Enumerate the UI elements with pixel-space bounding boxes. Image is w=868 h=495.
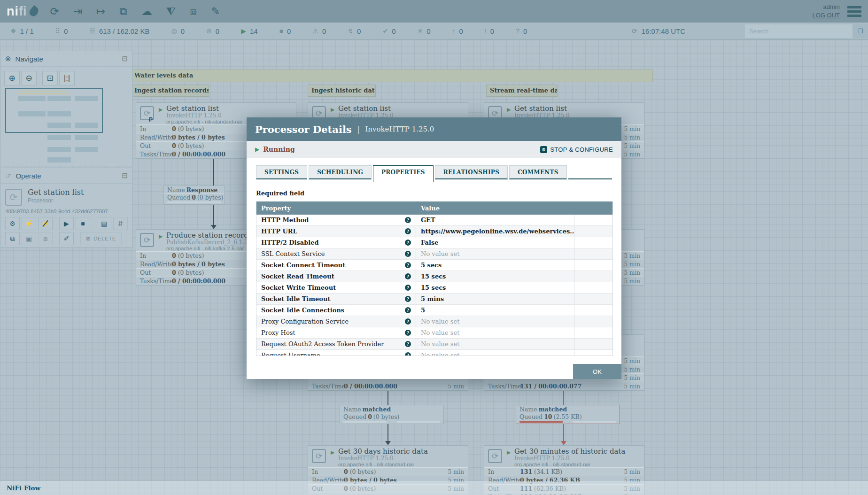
tab-properties[interactable]: PROPERTIES xyxy=(373,165,434,182)
connection-name: Namematched xyxy=(340,405,443,413)
help-icon[interactable] xyxy=(405,273,411,279)
processor-stat-row: Tasks/Time131 / 00:00:00.0775 min xyxy=(484,382,644,390)
tab-comments[interactable]: COMMENTS xyxy=(509,165,567,179)
processor-titles: Get station listInvokeHTTP 1.25.0 xyxy=(338,105,394,119)
copy-button[interactable]: ⧉ xyxy=(5,232,20,245)
collapse-icon[interactable]: ⊟ xyxy=(122,171,128,180)
help-icon[interactable] xyxy=(405,228,411,234)
disable-button[interactable]: ⚡ xyxy=(38,217,53,230)
create-template-button[interactable]: ▤ xyxy=(97,217,111,230)
canvas-label-0[interactable]: Ingest station records xyxy=(131,85,209,97)
hand-icon: ☞ xyxy=(5,171,11,180)
invalid-icon: ⚠ xyxy=(312,28,318,34)
start-button[interactable]: ▶ xyxy=(59,217,74,230)
user-block: admin LOG OUT xyxy=(812,3,840,20)
refresh-icon[interactable]: ⟳ xyxy=(632,28,637,34)
help-icon[interactable] xyxy=(405,307,411,313)
enable-button[interactable]: ⚡ xyxy=(22,217,36,230)
processor-bundle: org.apache.nifi - nifi-standard-nar xyxy=(338,462,428,468)
help-icon[interactable] xyxy=(405,330,411,336)
property-cell: Request Username xyxy=(256,350,416,356)
label-icon[interactable]: ✎ xyxy=(211,6,220,17)
processor-icon: ⟳ xyxy=(5,189,22,206)
help-icon[interactable] xyxy=(405,296,411,302)
help-icon[interactable] xyxy=(405,285,411,291)
processor-bundle: org.apache.nifi - nifi-standard-nar xyxy=(514,462,625,468)
group-button[interactable]: ⧈ xyxy=(38,232,53,245)
connection-label-matched-1[interactable]: NamematchedQueued0 (0 bytes) xyxy=(340,405,444,424)
connection-line[interactable] xyxy=(213,158,214,186)
birdseye-node xyxy=(75,135,98,140)
queued-label: Queued xyxy=(167,194,190,201)
zoom-out-button[interactable]: ⊖ xyxy=(21,71,37,85)
help-icon[interactable] xyxy=(405,318,411,325)
logo-text-ni: ni xyxy=(7,4,19,19)
canvas-label-2[interactable]: Stream real-time data xyxy=(486,85,558,97)
stat-period: 5 min xyxy=(624,143,644,149)
logout-link[interactable]: LOG OUT xyxy=(812,11,840,20)
birdseye-map[interactable] xyxy=(5,88,103,133)
funnel-icon[interactable]: ⧨ xyxy=(166,6,176,17)
processor-name: Get station list xyxy=(166,105,242,112)
property-name: HTTP URL xyxy=(261,228,297,235)
canvas-label-water-levels[interactable]: Water levels data xyxy=(131,70,653,82)
connection-line[interactable] xyxy=(213,203,214,226)
stop-and-configure-button[interactable]: ⚙ STOP & CONFIGURE xyxy=(540,146,613,153)
configuration-button[interactable]: ⚙ xyxy=(5,217,20,230)
collapse-icon[interactable]: ⊟ xyxy=(122,54,128,63)
processor-icon[interactable]: ⟳ xyxy=(50,6,59,17)
stat-value: 0 / 00:00:00.000 xyxy=(172,151,225,158)
tab-settings[interactable]: SETTINGS xyxy=(256,165,307,179)
input-port-icon[interactable]: ⇥ xyxy=(73,6,82,17)
stat-label: Out xyxy=(136,142,172,149)
process-group-icon[interactable]: ⧉ xyxy=(119,6,127,17)
breadcrumb[interactable]: NiFi Flow xyxy=(7,484,40,492)
connection-name-value: matched xyxy=(363,406,391,413)
remote-process-group-icon[interactable]: ☁ xyxy=(141,6,152,17)
property-value: 5 xyxy=(416,305,574,316)
operate-header: ☞ Operate ⊟ xyxy=(0,168,132,184)
search-button[interactable]: ❐ xyxy=(852,24,868,38)
delete-button[interactable]: ⊠DELETE xyxy=(80,232,122,245)
tab-scheduling[interactable]: SCHEDULING xyxy=(309,165,372,179)
paste-button[interactable]: ▣ xyxy=(22,232,36,245)
global-menu-icon[interactable] xyxy=(847,6,861,17)
stat-period: 5 min xyxy=(624,134,644,141)
stat-value: 0 (0 bytes) xyxy=(172,125,204,132)
status-count-transmitting: ◎0 xyxy=(171,27,185,35)
change-version-button[interactable]: ⇵ xyxy=(113,217,128,230)
connection-arrow-icon xyxy=(211,225,217,229)
search-input[interactable] xyxy=(745,24,852,38)
tab-relationships[interactable]: RELATIONSHIPS xyxy=(435,165,508,179)
zoom-fit-button[interactable]: ⊡ xyxy=(42,71,58,85)
help-icon[interactable] xyxy=(405,352,411,356)
help-icon[interactable] xyxy=(405,251,411,257)
property-name: Socket Idle Timeout xyxy=(261,295,330,302)
stat-label: Tasks/Time xyxy=(136,151,172,158)
help-icon[interactable] xyxy=(405,240,411,246)
canvas-label-1[interactable]: Ingest historic data xyxy=(308,85,376,97)
property-cell: HTTP Method xyxy=(256,215,416,225)
birdseye-node xyxy=(47,157,71,162)
stat-value-bold: 0 / 00:00:00.000 xyxy=(344,383,397,390)
ok-button[interactable]: OK xyxy=(573,364,621,379)
stop-button[interactable]: ■ xyxy=(76,217,90,230)
property-cell: Proxy Configuration Service xyxy=(256,316,416,327)
connection-queued: Queued0 (0 bytes) xyxy=(340,413,443,420)
help-icon[interactable] xyxy=(405,217,411,223)
locally-modified-icon: ✳ xyxy=(418,28,423,34)
disable-icon: ⚡ xyxy=(41,220,49,227)
help-icon[interactable] xyxy=(405,262,411,268)
help-icon[interactable] xyxy=(405,341,411,347)
connection-label-matched-2[interactable]: NamematchedQueued10 (2.55 KB) xyxy=(516,405,620,424)
template-icon[interactable]: ⧈ xyxy=(190,6,197,17)
zoom-actual-button[interactable]: |:| xyxy=(59,71,75,85)
compass-icon: ⊗ xyxy=(5,54,11,63)
zoom-in-button[interactable]: ⊕ xyxy=(4,71,20,85)
color-button[interactable]: ✐ xyxy=(59,232,74,245)
stat-period: 5 min xyxy=(624,278,644,285)
property-extra-cell xyxy=(574,350,612,356)
output-port-icon[interactable]: ↦ xyxy=(96,6,105,17)
connection-label-response[interactable]: NameResponseQueued0 (0 bytes) xyxy=(163,186,225,205)
properties-table: Property Value HTTP MethodGETHTTP URLhtt… xyxy=(256,201,613,356)
